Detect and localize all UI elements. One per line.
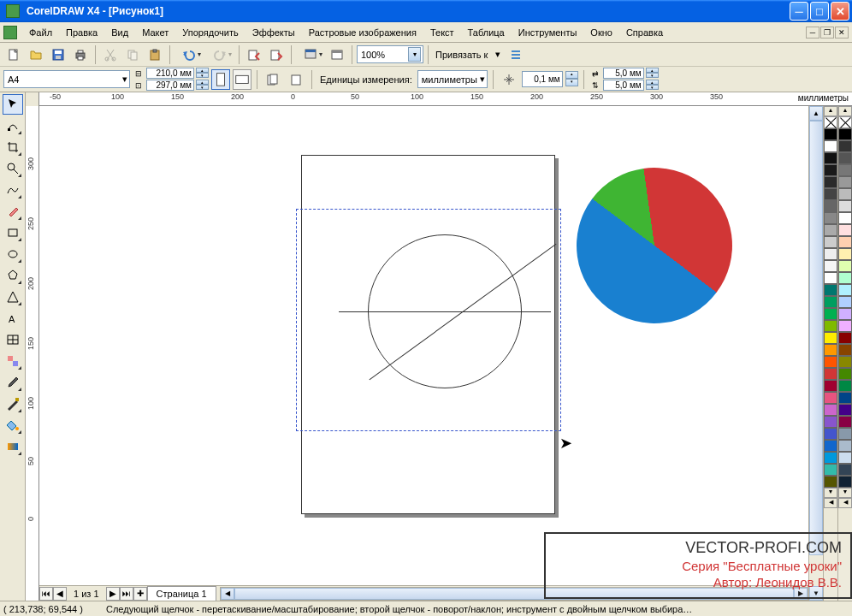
menu-file[interactable]: Файл (22, 25, 59, 40)
close-button[interactable]: ✕ (831, 2, 849, 21)
color-swatch[interactable] (824, 128, 837, 140)
color-swatch[interactable] (824, 260, 837, 272)
options-button[interactable] (506, 44, 526, 65)
scroll-left-button[interactable]: ◀ (221, 588, 234, 600)
new-button[interactable] (3, 44, 24, 65)
color-swatch[interactable] (838, 476, 852, 488)
color-swatch[interactable] (838, 188, 852, 200)
color-swatch[interactable] (824, 344, 837, 356)
color-swatch[interactable] (824, 200, 837, 212)
palette2-scroll-up[interactable]: ▲ (838, 106, 852, 116)
width-spinner[interactable]: ▴▾ (196, 68, 209, 79)
color-swatch[interactable] (824, 380, 837, 392)
color-swatch[interactable] (838, 248, 852, 260)
mdi-restore[interactable]: ❐ (820, 27, 834, 38)
color-swatch[interactable] (838, 356, 852, 368)
color-swatch[interactable] (838, 308, 852, 320)
landscape-button[interactable] (233, 69, 251, 90)
menu-effects[interactable]: Эффекты (246, 25, 302, 40)
color-swatch[interactable] (824, 320, 837, 332)
text-tool[interactable]: A (3, 308, 23, 329)
paper-size-combo[interactable]: A4 ▾ (3, 70, 130, 88)
copy-button[interactable] (122, 44, 143, 65)
eyedropper-tool[interactable] (3, 372, 23, 393)
menu-edit[interactable]: Правка (59, 25, 104, 40)
nudge-spinner[interactable]: ▴▾ (565, 71, 578, 87)
ruler-vertical[interactable]: 0 50 100 150 200 250 300 (26, 106, 39, 601)
snap-dropdown[interactable]: ▾ (492, 44, 504, 65)
color-swatch[interactable] (838, 224, 852, 236)
menu-text[interactable]: Текст (423, 25, 461, 40)
undo-button[interactable]: ▾ (175, 44, 204, 65)
menu-view[interactable]: Вид (104, 25, 135, 40)
v-scrollbar[interactable]: ▲ ▼ (808, 106, 823, 601)
crop-tool[interactable] (3, 137, 23, 157)
apply-current-page-button[interactable] (286, 69, 306, 90)
color-swatch[interactable] (838, 392, 852, 404)
color-swatch[interactable] (824, 176, 837, 188)
color-swatch[interactable] (838, 200, 852, 212)
color-swatch[interactable] (824, 452, 837, 464)
print-button[interactable] (70, 44, 91, 65)
color-swatch[interactable] (838, 236, 852, 248)
scroll-up-button[interactable]: ▲ (809, 106, 823, 121)
v-scroll-thumb[interactable] (809, 121, 823, 555)
prev-page-button[interactable]: ◀ (53, 587, 67, 601)
color-swatch[interactable] (824, 464, 837, 476)
color-swatch[interactable] (838, 344, 852, 356)
app-launcher-button[interactable]: ▾ (296, 44, 325, 65)
open-button[interactable] (26, 44, 46, 65)
color-swatch[interactable] (824, 212, 837, 224)
units-combo[interactable]: миллиметры ▾ (417, 70, 488, 88)
color-swatch[interactable] (838, 260, 852, 272)
portrait-button[interactable] (211, 69, 230, 90)
add-page-button[interactable]: ✚ (133, 587, 147, 601)
zoom-tool[interactable] (3, 158, 23, 179)
canvas[interactable]: ➤ ⏮ ◀ 1 из 1 ▶ ⏭ ✚ Страница 1 ◀ ▶ (39, 106, 808, 601)
color-swatch[interactable] (838, 404, 852, 416)
color-swatch[interactable] (824, 356, 837, 368)
page-tab-1[interactable]: Страница 1 (147, 586, 216, 601)
fill-tool[interactable] (3, 415, 23, 435)
color-swatch[interactable] (824, 188, 837, 200)
interactive-fill-tool[interactable] (3, 436, 23, 457)
color-swatch[interactable] (824, 416, 837, 428)
menu-arrange[interactable]: Упорядочить (175, 25, 245, 40)
palette-flyout[interactable]: ◀ (824, 498, 837, 508)
freehand-tool[interactable] (3, 180, 23, 200)
smart-fill-tool[interactable] (3, 201, 23, 222)
polygon-tool[interactable] (3, 265, 23, 286)
palette-scroll-up[interactable]: ▲ (824, 106, 837, 116)
rectangle-tool[interactable] (3, 222, 23, 243)
color-swatch[interactable] (838, 140, 852, 152)
color-swatch[interactable] (838, 320, 852, 332)
color-swatch[interactable] (838, 152, 852, 164)
dup-y-spinner[interactable]: ▴▾ (646, 80, 659, 91)
color-swatch[interactable] (824, 236, 837, 248)
color-swatch[interactable] (824, 248, 837, 260)
color-swatch[interactable] (824, 140, 837, 152)
redo-button[interactable]: ▾ (205, 44, 234, 65)
basic-shapes-tool[interactable] (3, 287, 23, 307)
last-page-button[interactable]: ⏭ (120, 587, 133, 601)
minimize-button[interactable]: ─ (790, 2, 808, 21)
color-swatch[interactable] (824, 164, 837, 176)
height-spinner[interactable]: ▴▾ (196, 80, 209, 91)
color-swatch[interactable] (838, 416, 852, 428)
color-swatch[interactable] (838, 296, 852, 308)
menu-tools[interactable]: Инструменты (512, 25, 584, 40)
ruler-horizontal[interactable]: -50 100 150 200 0 50 100 150 200 250 300… (26, 92, 852, 106)
paste-button[interactable] (145, 44, 165, 65)
color-swatch[interactable] (824, 440, 837, 452)
color-swatch[interactable] (824, 392, 837, 404)
ellipse-tool[interactable] (3, 244, 23, 264)
color-swatch[interactable] (824, 368, 837, 380)
color-swatch[interactable] (824, 332, 837, 344)
welcome-button[interactable] (327, 44, 347, 65)
no-color-swatch-2[interactable] (838, 116, 852, 128)
menu-layout[interactable]: Макет (135, 25, 175, 40)
shape-tool[interactable] (3, 116, 23, 136)
color-swatch[interactable] (824, 152, 837, 164)
color-swatch[interactable] (838, 332, 852, 344)
color-swatch[interactable] (838, 428, 852, 440)
